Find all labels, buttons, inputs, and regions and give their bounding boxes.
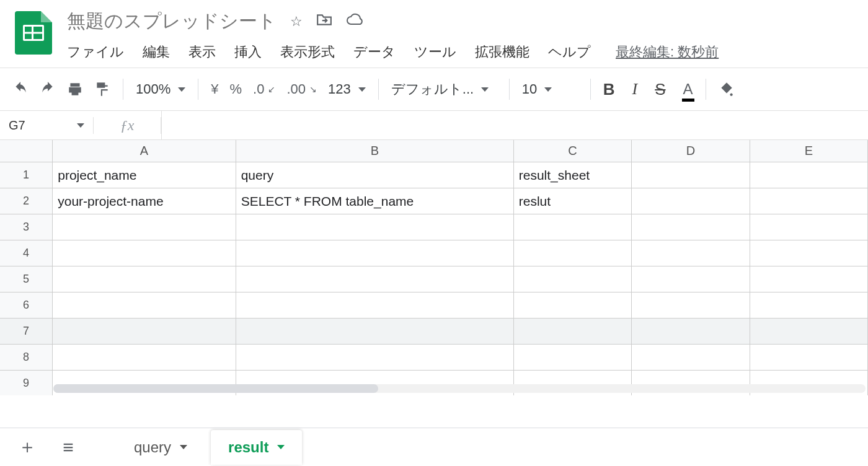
cell[interactable]: [632, 214, 750, 240]
increase-decimal-button[interactable]: .00↘: [286, 81, 317, 97]
cell[interactable]: query: [236, 162, 514, 188]
cell[interactable]: [750, 319, 868, 345]
doc-title[interactable]: 無題のスプレッドシート: [67, 9, 277, 34]
strikethrough-button[interactable]: S: [655, 80, 665, 99]
spreadsheet-grid[interactable]: A B C D E 1project_namequeryresult_sheet…: [0, 140, 868, 395]
cell[interactable]: [53, 214, 236, 240]
cell[interactable]: [514, 319, 632, 345]
menu-help[interactable]: ヘルプ: [548, 43, 591, 61]
cell[interactable]: [236, 266, 514, 292]
last-edit-link[interactable]: 最終編集: 数秒前: [616, 43, 719, 61]
bold-button[interactable]: B: [603, 80, 615, 99]
row-header[interactable]: 9: [0, 371, 53, 395]
cell[interactable]: [514, 266, 632, 292]
cell[interactable]: [750, 188, 868, 214]
font-family-dropdown[interactable]: デフォルト...: [391, 80, 497, 99]
cell[interactable]: [632, 292, 750, 319]
cell[interactable]: your-project-name: [53, 188, 236, 214]
menu-data[interactable]: データ: [353, 43, 396, 61]
fx-icon: ƒx: [93, 117, 161, 134]
sheets-logo[interactable]: [15, 11, 52, 55]
cell[interactable]: [53, 266, 236, 292]
horizontal-scrollbar[interactable]: [53, 384, 866, 393]
cell[interactable]: [236, 240, 514, 266]
col-header-C[interactable]: C: [514, 140, 632, 162]
cell[interactable]: [514, 345, 632, 371]
cell[interactable]: [514, 240, 632, 266]
format-percent-button[interactable]: %: [230, 81, 242, 97]
cell[interactable]: [750, 162, 868, 188]
sheet-tab-result[interactable]: result: [211, 430, 302, 465]
row-header[interactable]: 4: [0, 240, 53, 266]
cell[interactable]: SELECT * FROM table_name: [236, 188, 514, 214]
decrease-decimal-button[interactable]: .0↙: [253, 81, 275, 97]
cell[interactable]: [632, 188, 750, 214]
paint-format-button[interactable]: [94, 81, 110, 97]
cell[interactable]: [750, 240, 868, 266]
cell[interactable]: project_name: [53, 162, 236, 188]
redo-button[interactable]: [40, 81, 56, 97]
sheet-tab-query[interactable]: query: [117, 430, 205, 465]
row-header[interactable]: 3: [0, 214, 53, 240]
number-format-dropdown[interactable]: 123: [328, 81, 366, 97]
cloud-status-icon[interactable]: [346, 13, 363, 30]
cell[interactable]: [514, 292, 632, 319]
all-sheets-button[interactable]: ≡: [51, 430, 86, 465]
italic-button[interactable]: I: [632, 80, 638, 99]
sheet-tab-label: query: [134, 439, 171, 456]
cell[interactable]: [632, 240, 750, 266]
cell[interactable]: [236, 214, 514, 240]
toolbar: 100% ¥ % .0↙ .00↘ 123 デフォルト... 10 B I S …: [0, 68, 868, 110]
row-header[interactable]: 7: [0, 319, 53, 345]
row-header[interactable]: 1: [0, 162, 53, 188]
cell[interactable]: [750, 292, 868, 319]
row-header[interactable]: 2: [0, 188, 53, 214]
menu-extensions[interactable]: 拡張機能: [475, 43, 529, 61]
font-size-value: 10: [522, 81, 537, 97]
cell[interactable]: [750, 214, 868, 240]
select-all-corner[interactable]: [0, 140, 53, 162]
dec-inc-label: .00: [286, 81, 306, 97]
menu-format[interactable]: 表示形式: [280, 43, 335, 61]
menu-tools[interactable]: ツール: [414, 43, 456, 61]
cell[interactable]: [236, 319, 514, 345]
cell[interactable]: [632, 266, 750, 292]
cell[interactable]: [53, 319, 236, 345]
format-currency-button[interactable]: ¥: [211, 81, 218, 97]
fill-color-button[interactable]: [719, 81, 735, 97]
undo-button[interactable]: [12, 81, 29, 97]
cell[interactable]: [632, 345, 750, 371]
zoom-dropdown[interactable]: 100%: [136, 81, 185, 97]
name-box[interactable]: G7: [0, 118, 93, 133]
menu-view[interactable]: 表示: [188, 43, 216, 61]
col-header-B[interactable]: B: [236, 140, 514, 162]
star-icon[interactable]: ☆: [290, 14, 303, 30]
cell[interactable]: [750, 266, 868, 292]
row-header[interactable]: 5: [0, 266, 53, 292]
cell[interactable]: [750, 345, 868, 371]
cell[interactable]: [236, 292, 514, 319]
cell[interactable]: [236, 345, 514, 371]
cell[interactable]: reslut: [514, 188, 632, 214]
cell[interactable]: result_sheet: [514, 162, 632, 188]
text-color-button[interactable]: A: [683, 81, 693, 98]
menu-insert[interactable]: 挿入: [234, 43, 262, 61]
cell[interactable]: [53, 345, 236, 371]
font-size-dropdown[interactable]: 10: [522, 81, 578, 97]
col-header-E[interactable]: E: [750, 140, 868, 162]
sheet-tab-label: result: [228, 439, 268, 456]
add-sheet-button[interactable]: ＋: [10, 430, 45, 465]
col-header-D[interactable]: D: [632, 140, 750, 162]
menu-edit[interactable]: 編集: [143, 43, 170, 61]
cell[interactable]: [632, 162, 750, 188]
cell[interactable]: [514, 214, 632, 240]
menu-file[interactable]: ファイル: [67, 43, 124, 61]
cell[interactable]: [53, 240, 236, 266]
row-header[interactable]: 6: [0, 292, 53, 319]
cell[interactable]: [53, 292, 236, 319]
move-folder-icon[interactable]: [316, 13, 332, 30]
print-button[interactable]: [67, 81, 83, 97]
row-header[interactable]: 8: [0, 345, 53, 371]
col-header-A[interactable]: A: [53, 140, 236, 162]
cell[interactable]: [632, 319, 750, 345]
